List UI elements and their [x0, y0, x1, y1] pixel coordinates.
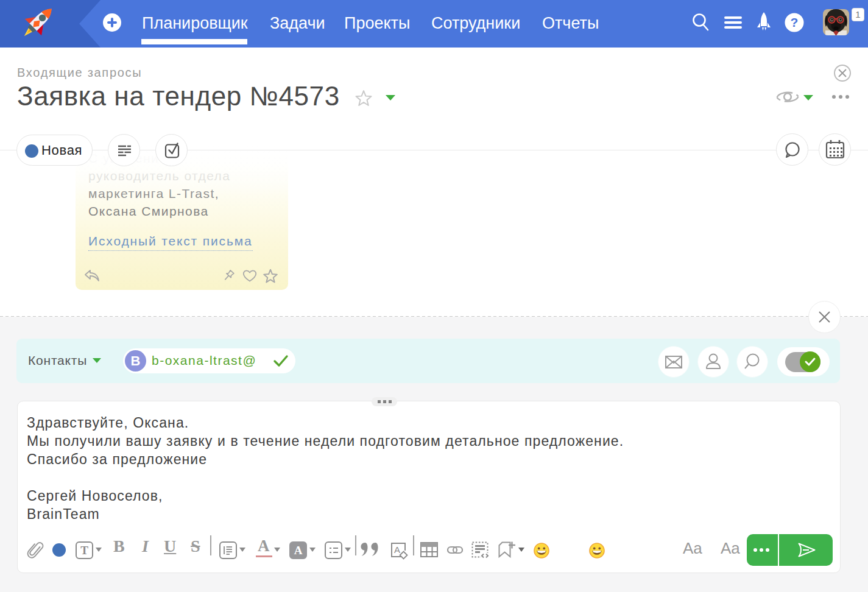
- svg-text:?: ?: [791, 15, 799, 29]
- svg-text:A: A: [394, 544, 400, 555]
